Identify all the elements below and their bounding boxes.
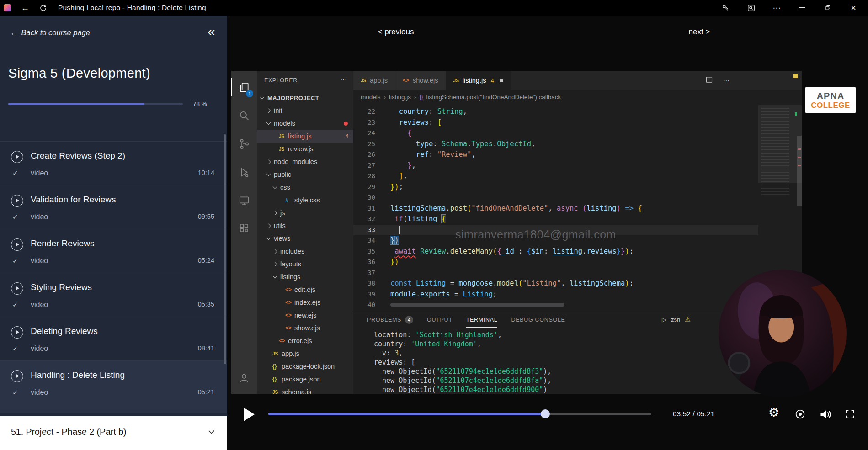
tree-item-new.ejs[interactable]: <>new.ejs (257, 309, 353, 322)
tree-item-includes[interactable]: includes (257, 245, 353, 258)
autoplay-toggle-icon[interactable] (794, 408, 806, 420)
tree-item-show.ejs[interactable]: <>show.ejs (257, 322, 353, 334)
code-lines: 22 country: String,23 reviews: [24 {25 t… (353, 106, 758, 311)
explorer-more-icon[interactable]: ⋯ (340, 75, 347, 84)
browser-back-icon[interactable]: ← (21, 3, 29, 13)
horizontal-scrollbar[interactable] (390, 303, 564, 307)
extensions-icon[interactable] (231, 217, 257, 239)
settings-gear-icon[interactable]: ⚙ (768, 405, 779, 419)
tree-item-package.json[interactable]: {}package.json (257, 373, 353, 386)
restore-button[interactable] (823, 3, 832, 12)
editor-more-icon[interactable]: ⋯ (723, 77, 730, 84)
panel-tab-problems[interactable]: PROBLEMS4 (367, 312, 413, 328)
symbol-icon: {} (420, 94, 423, 100)
tree-item-style.css[interactable]: #style.css (257, 194, 353, 206)
seek-thumb[interactable] (541, 409, 550, 418)
volume-icon[interactable] (819, 408, 832, 421)
tree-item-layouts[interactable]: layouts (257, 258, 353, 270)
breadcrumb-item[interactable]: models (361, 94, 381, 101)
panel-tab-output[interactable]: OUTPUT (427, 312, 453, 328)
lesson-item[interactable]: ✓Deleting Reviewsvideo08:41 (0, 317, 227, 360)
lesson-item[interactable]: ✓Handling : Delete Listingvideo05:21 (0, 360, 227, 413)
tree-item-package-lock.json[interactable]: {}package-lock.json (257, 360, 353, 373)
tree-item-views[interactable]: views (257, 232, 353, 245)
tree-item-error.ejs[interactable]: <>error.ejs (257, 334, 353, 347)
ejs-file-icon: <> (285, 325, 294, 331)
tree-item-css[interactable]: css (257, 181, 353, 194)
chevron-down-icon (273, 185, 277, 189)
collapse-sidebar-icon[interactable]: « (208, 25, 215, 38)
run-debug-icon[interactable] (231, 161, 257, 183)
completed-check-icon: ✓ (12, 344, 18, 353)
tree-label: css (280, 184, 290, 191)
panel-tab-terminal[interactable]: TERMINAL (466, 312, 498, 328)
tree-item-utils[interactable]: utils (257, 219, 353, 232)
play-circle-icon (11, 370, 23, 382)
breadcrumb-separator: › (414, 94, 416, 101)
lesson-item[interactable]: ✓Validation for Reviewsvideo09:55 (0, 185, 227, 229)
lesson-item[interactable]: ✓Create Reviews (Step 2)video10:14 (0, 141, 227, 185)
line-number: 37 (353, 268, 375, 279)
explorer-panel: EXPLORER ⋯ MAJORPROJECTinitmodelsJSlisti… (257, 71, 353, 394)
tree-item-review.js[interactable]: JSreview.js (257, 143, 353, 155)
js-file-icon: JS (453, 78, 459, 83)
sidebar-scrollbar[interactable] (224, 134, 226, 364)
tree-item-listing.js[interactable]: JSlisting.js4 (257, 130, 353, 143)
tree-label: review.js (288, 145, 314, 153)
more-options-icon[interactable]: ⋯ (772, 3, 781, 12)
tree-item-js[interactable]: js (257, 206, 353, 219)
breadcrumb-item[interactable]: listingSchema.post("findOneAndDelete") c… (426, 94, 561, 101)
tree-item-listings[interactable]: listings (257, 270, 353, 283)
fullscreen-icon[interactable] (844, 408, 856, 420)
lesson-item[interactable]: ✓Render Reviewsvideo05:24 (0, 229, 227, 273)
code-line: 37 (353, 268, 758, 279)
editor-tab-app.js[interactable]: JSapp.js (353, 71, 395, 90)
play-button[interactable] (244, 408, 255, 421)
panel-tab-debug-console[interactable]: DEBUG CONSOLE (511, 312, 565, 328)
titlebar: ← Pushing Local repo - Handling : Delete… (0, 0, 868, 16)
tree-item-node_modules[interactable]: node_modules (257, 155, 353, 168)
course-progress-bar (8, 103, 183, 105)
editor-tab-listing.js[interactable]: JSlisting.js4 (446, 71, 511, 90)
seek-bar[interactable] (268, 413, 651, 415)
js-file-icon: JS (279, 147, 288, 152)
presenter-image (719, 270, 847, 397)
tree-item-app.js[interactable]: JSapp.js (257, 347, 353, 360)
tree-item-MAJORPROJECT[interactable]: MAJORPROJECT (257, 91, 353, 104)
editor-scrollbar[interactable] (797, 136, 802, 206)
search-activity-icon[interactable] (231, 105, 257, 127)
tree-item-index.ejs[interactable]: <>index.ejs (257, 296, 353, 309)
editor-tab-show.ejs[interactable]: <>show.ejs (395, 71, 446, 90)
lesson-meta: video05:35 (31, 301, 214, 309)
section-header[interactable]: 51. Project - Phase 2 (Part b) (0, 416, 227, 450)
explorer-activity-icon[interactable]: 1 (231, 76, 257, 98)
shell-name[interactable]: zsh (671, 316, 680, 323)
problems-count-badge: 4 (346, 133, 349, 139)
tree-item-edit.ejs[interactable]: <>edit.ejs (257, 283, 353, 296)
tree-item-init[interactable]: init (257, 104, 353, 117)
next-button[interactable]: next > (689, 27, 710, 37)
lesson-item[interactable]: ✓Styling Reviewsvideo05:35 (0, 273, 227, 317)
back-to-course-link[interactable]: ← Back to course page (10, 28, 90, 37)
breadcrumb: models›listing.js›{}listingSchema.post("… (361, 90, 758, 104)
split-editor-icon[interactable] (705, 76, 713, 85)
code-editor[interactable]: 22 country: String,23 reviews: [24 {25 t… (353, 105, 758, 312)
live-preview-icon[interactable] (231, 190, 257, 212)
password-key-icon[interactable] (721, 3, 730, 12)
code-line: 30 (353, 192, 758, 203)
tree-item-schema.js[interactable]: JSschema.js (257, 386, 353, 394)
code-line: 25 type: Schema.Types.ObjectId, (353, 139, 758, 150)
account-icon[interactable] (231, 367, 257, 389)
minimize-button[interactable] (798, 3, 807, 12)
source-control-icon[interactable] (231, 133, 257, 155)
minimap-lines (761, 108, 789, 195)
breadcrumb-item[interactable]: listing.js (389, 94, 411, 101)
tree-item-models[interactable]: models (257, 117, 353, 130)
close-button[interactable]: × (849, 3, 858, 12)
search-sidebar-icon[interactable] (746, 3, 756, 12)
tree-item-public[interactable]: public (257, 168, 353, 181)
play-circle-icon (11, 326, 23, 339)
refresh-icon[interactable] (39, 4, 47, 12)
previous-button[interactable]: < previous (378, 27, 414, 37)
text-cursor (399, 226, 400, 234)
